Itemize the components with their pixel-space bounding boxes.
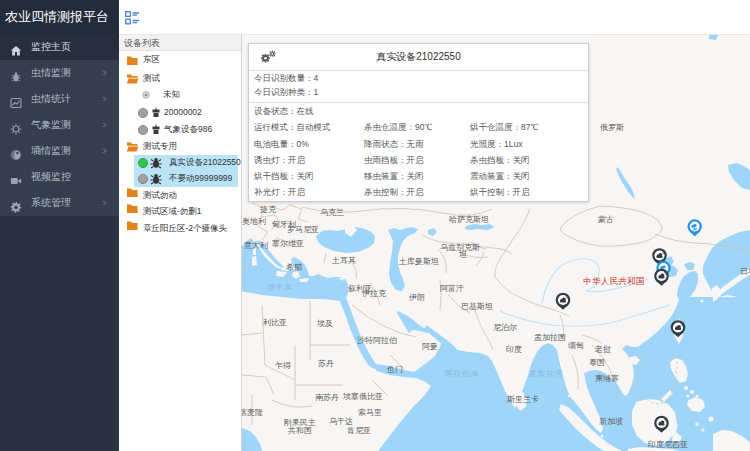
svg-text:埃及: 埃及: [316, 319, 333, 328]
svg-text:乍得: 乍得: [275, 361, 291, 370]
svg-text:也门: 也门: [387, 365, 403, 374]
svg-text:沙特阿拉伯: 沙特阿拉伯: [357, 336, 397, 345]
svg-text:阿富汗: 阿富汗: [440, 284, 464, 293]
svg-text:意大利: 意大利: [243, 241, 268, 250]
svg-text:土库曼斯坦: 土库曼斯坦: [398, 257, 439, 266]
svg-text:阿曼: 阿曼: [422, 342, 438, 351]
svg-text:伊朗: 伊朗: [409, 293, 425, 302]
svg-text:土耳其: 土耳其: [331, 256, 356, 265]
svg-text:印度: 印度: [506, 345, 522, 354]
svg-text:中华人民共和国: 中华人民共和国: [583, 276, 645, 286]
svg-text:希腊: 希腊: [286, 263, 302, 272]
svg-text:地中海: 地中海: [266, 282, 293, 291]
svg-text:斯里兰卡: 斯里兰卡: [507, 395, 539, 404]
svg-text:哈萨克斯坦: 哈萨克斯坦: [449, 215, 489, 224]
svg-text:塞尔维亚: 塞尔维亚: [272, 239, 304, 248]
svg-text:巴基斯坦: 巴基斯坦: [461, 302, 493, 311]
svg-text:日本: 日本: [740, 267, 750, 276]
svg-text:埃塞俄比亚: 埃塞俄比亚: [342, 392, 383, 401]
svg-text:孟加拉国: 孟加拉国: [534, 333, 566, 342]
svg-text:缅甸: 缅甸: [568, 341, 584, 350]
svg-text:蒙古: 蒙古: [598, 215, 614, 224]
svg-text:阿拉伯海: 阿拉伯海: [445, 369, 479, 378]
svg-text:共和国: 共和国: [288, 426, 312, 435]
svg-text:俄罗斯: 俄罗斯: [600, 123, 624, 132]
svg-text:乌克兰: 乌克兰: [320, 208, 344, 217]
svg-text:索马里: 索马里: [358, 408, 382, 417]
svg-text:新加坡: 新加坡: [599, 417, 623, 426]
svg-text:孟加拉湾: 孟加拉湾: [529, 369, 563, 378]
svg-text:乌干达: 乌干达: [329, 417, 353, 426]
svg-text:老挝: 老挝: [594, 345, 611, 354]
svg-text:利比亚: 利比亚: [263, 318, 287, 327]
svg-text:坦: 坦: [458, 250, 467, 259]
svg-text:泰国: 泰国: [589, 358, 605, 367]
svg-text:尼泊尔: 尼泊尔: [493, 323, 517, 332]
svg-text:罗马尼亚: 罗马尼亚: [287, 225, 319, 234]
svg-text:苏丹: 苏丹: [318, 359, 334, 368]
svg-text:印度尼西亚: 印度尼西亚: [648, 440, 688, 449]
svg-text:柬埔寨: 柬埔寨: [595, 374, 619, 383]
svg-text:肯尼亚: 肯尼亚: [347, 426, 371, 435]
svg-text:南苏丹: 南苏丹: [315, 393, 339, 402]
svg-text:伊拉克: 伊拉克: [362, 289, 387, 298]
svg-text:奥地利: 奥地利: [242, 217, 266, 226]
svg-text:捷克: 捷克: [260, 205, 277, 214]
svg-text:喀麦隆: 喀麦隆: [242, 408, 263, 417]
